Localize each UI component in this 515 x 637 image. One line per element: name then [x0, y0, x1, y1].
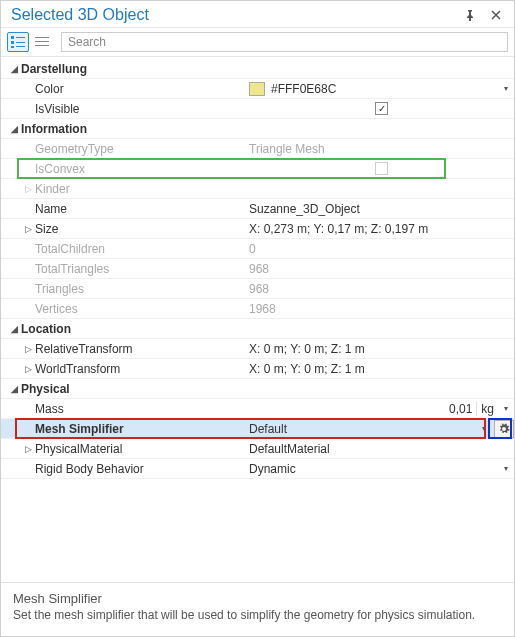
expander-icon[interactable]: ▷ [21, 222, 35, 236]
prop-triangles: Triangles 968 [1, 279, 514, 299]
panel-titlebar: Selected 3D Object [1, 1, 514, 27]
prop-size[interactable]: ▷Size X: 0,273 m; Y: 0,17 m; Z: 0,197 m [1, 219, 514, 239]
svg-rect-4 [11, 46, 14, 48]
checkbox-icon[interactable]: ✓ [375, 102, 388, 115]
mass-unit: kg [476, 402, 498, 416]
prop-isvisible[interactable]: IsVisible ✓ [1, 99, 514, 119]
panel-title: Selected 3D Object [11, 6, 454, 24]
prop-worldtransform[interactable]: ▷WorldTransform X: 0 m; Y: 0 m; Z: 1 m [1, 359, 514, 379]
prop-relativetransform[interactable]: ▷RelativeTransform X: 0 m; Y: 0 m; Z: 1 … [1, 339, 514, 359]
prop-name[interactable]: Name Suzanne_3D_Object [1, 199, 514, 219]
prop-color[interactable]: Color #FFF0E68C ▾ [1, 79, 514, 99]
svg-rect-8 [35, 45, 49, 46]
checkbox-icon [375, 162, 388, 175]
category-physical[interactable]: ◢Physical [1, 379, 514, 399]
expander-icon[interactable]: ▷ [21, 182, 35, 196]
expander-icon[interactable]: ◢ [7, 382, 21, 396]
expander-icon[interactable]: ▷ [21, 362, 35, 376]
svg-rect-2 [11, 41, 14, 44]
chevron-down-icon[interactable]: ▾ [498, 84, 514, 93]
properties-panel: Selected 3D Object Search [0, 0, 515, 637]
prop-vertices: Vertices 1968 [1, 299, 514, 319]
prop-isconvex: IsConvex [1, 159, 514, 179]
pin-icon[interactable] [460, 5, 480, 25]
category-location[interactable]: ◢Location [1, 319, 514, 339]
panel-toolbar: Search [1, 27, 514, 57]
search-placeholder: Search [68, 35, 106, 49]
gear-icon [498, 423, 510, 435]
view-categorized-button[interactable] [7, 32, 29, 52]
description-text: Set the mesh simplifier that will be use… [13, 608, 502, 622]
expander-icon[interactable]: ▷ [21, 442, 35, 456]
svg-rect-0 [11, 36, 14, 39]
expander-icon[interactable]: ◢ [7, 62, 21, 76]
color-swatch [249, 82, 265, 96]
expander-icon[interactable]: ▷ [21, 342, 35, 356]
expander-icon[interactable]: ◢ [7, 322, 21, 336]
prop-kinder[interactable]: ▷Kinder [1, 179, 514, 199]
close-icon[interactable] [486, 5, 506, 25]
svg-rect-6 [35, 37, 49, 38]
gear-button[interactable] [494, 420, 514, 438]
description-pane: Mesh Simplifier Set the mesh simplifier … [1, 582, 514, 636]
prop-totaltriangles: TotalTriangles 968 [1, 259, 514, 279]
chevron-down-icon[interactable]: ▾ [498, 464, 514, 473]
prop-physicalmaterial[interactable]: ▷PhysicalMaterial DefaultMaterial [1, 439, 514, 459]
expander-icon[interactable]: ◢ [7, 122, 21, 136]
chevron-down-icon[interactable]: ▾ [498, 404, 514, 413]
properties-grid: ◢Darstellung Color #FFF0E68C ▾ IsVisible… [1, 57, 514, 582]
svg-rect-7 [35, 41, 49, 42]
svg-rect-3 [16, 42, 25, 43]
prop-mass[interactable]: Mass 0,01 kg ▾ [1, 399, 514, 419]
view-alphabetical-button[interactable] [31, 32, 53, 52]
svg-rect-1 [16, 37, 25, 38]
search-input[interactable]: Search [61, 32, 508, 52]
prop-meshsimplifier[interactable]: Mesh Simplifier Default ▾ [1, 419, 514, 439]
description-title: Mesh Simplifier [13, 591, 502, 606]
prop-geometrytype: GeometryType Triangle Mesh [1, 139, 514, 159]
category-information[interactable]: ◢Information [1, 119, 514, 139]
category-appearance[interactable]: ◢Darstellung [1, 59, 514, 79]
chevron-down-icon[interactable]: ▾ [476, 424, 492, 433]
prop-rigidbodybehavior[interactable]: Rigid Body Behavior Dynamic ▾ [1, 459, 514, 479]
svg-rect-5 [16, 46, 25, 47]
prop-totalchildren: TotalChildren 0 [1, 239, 514, 259]
